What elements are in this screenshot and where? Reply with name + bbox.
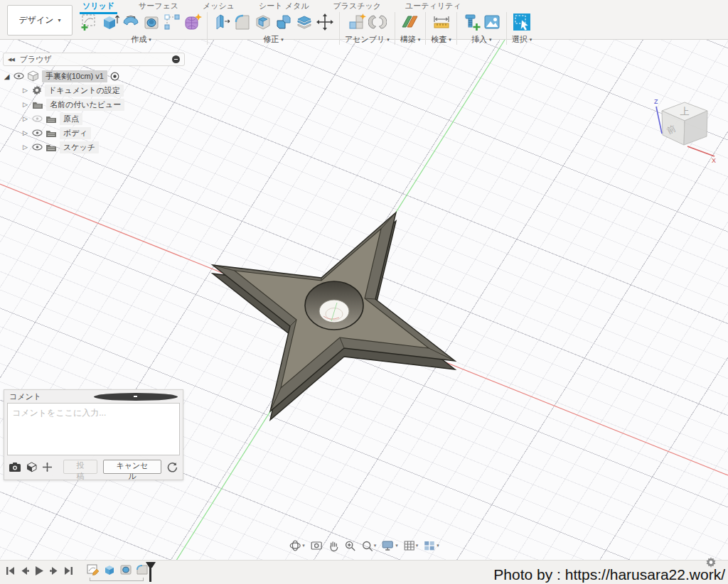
view-cube[interactable]: 上 前 Z X [651, 95, 722, 166]
expand-collapse-icon[interactable]: ◢ [3, 72, 11, 80]
sketch-feature-icon[interactable] [87, 563, 100, 576]
expand-icon[interactable]: ▷ [21, 101, 29, 108]
panel-collapse-icon[interactable] [94, 393, 178, 401]
step-forward-icon[interactable] [50, 566, 59, 575]
measure-icon[interactable] [432, 13, 451, 31]
expand-icon[interactable]: ▷ [21, 129, 29, 136]
combine-icon[interactable] [274, 13, 293, 31]
hole-icon[interactable] [142, 13, 161, 31]
comment-input[interactable] [7, 403, 180, 455]
expand-icon[interactable]: ▷ [21, 144, 29, 151]
create-sketch-icon[interactable] [80, 13, 99, 31]
expand-icon[interactable]: ▷ [21, 87, 29, 94]
model-view-icon[interactable] [26, 462, 37, 472]
canvas-image-icon[interactable] [483, 13, 501, 31]
activate-component-icon[interactable] [110, 72, 119, 81]
hole-feature-icon[interactable] [119, 563, 132, 576]
collapse-browser-icon[interactable]: ◀◀ [8, 57, 14, 63]
window-zoom-icon[interactable]: ▾ [361, 540, 377, 552]
comments-actions: 投稿 キャンセル [4, 455, 183, 478]
panel-collapse-icon[interactable] [172, 55, 180, 63]
component-cube-icon[interactable] [27, 70, 39, 82]
grid-display-icon[interactable]: ▾ [403, 540, 419, 551]
tab-mesh[interactable]: メッシュ [200, 0, 237, 11]
refresh-icon[interactable] [167, 462, 178, 472]
group-create-label[interactable]: 作成▾ [131, 34, 151, 45]
tab-sheet-metal[interactable]: シート メタル [256, 0, 311, 11]
comments-title: コメント [9, 391, 94, 402]
chevron-down-icon: ▾ [530, 37, 532, 43]
press-pull-icon[interactable] [213, 13, 231, 31]
browser-tree: ◢ 手裏剣(10cm) v1 ▷ ドキュメントの設定 ▷ 名前の付いたビュー ▷… [3, 69, 185, 154]
extrude-icon[interactable] [101, 13, 119, 31]
tree-row-origin[interactable]: ▷ 原点 [3, 112, 185, 126]
eye-icon[interactable] [14, 72, 24, 80]
pattern-icon[interactable] [163, 13, 181, 31]
new-component-icon[interactable] [348, 13, 366, 31]
tree-row-document-settings[interactable]: ▷ ドキュメントの設定 [3, 83, 185, 97]
screenshot-icon[interactable] [9, 463, 21, 472]
play-icon[interactable] [34, 566, 45, 576]
browser-header: ◀◀ ブラウザ [3, 53, 185, 66]
bodies-label[interactable]: ボディ [60, 127, 91, 139]
extrude-feature-icon[interactable] [103, 563, 116, 576]
pan-icon[interactable] [328, 540, 339, 552]
origin-label[interactable]: 原点 [60, 113, 82, 125]
expand-icon[interactable]: ▷ [21, 115, 29, 122]
revolve-icon[interactable] [122, 13, 140, 31]
shell-icon[interactable] [254, 13, 272, 31]
design-menu-button[interactable]: デザイン ▾ [7, 5, 73, 36]
go-to-start-icon[interactable] [6, 566, 15, 575]
tree-row-root[interactable]: ◢ 手裏剣(10cm) v1 [3, 69, 185, 83]
display-settings-icon[interactable]: ▾ [381, 540, 398, 551]
tab-surface[interactable]: サーフェス [136, 0, 181, 11]
group-modify: 修正▾ [207, 12, 339, 45]
look-at-icon[interactable] [310, 540, 323, 551]
tab-utilities[interactable]: ユーティリティ [402, 0, 464, 11]
navigation-toolbar: ▾ ▾ ▾ ▾ ▾ [289, 539, 439, 552]
joint-icon[interactable] [368, 13, 387, 31]
insert-fastener-icon[interactable] [462, 13, 481, 31]
select-icon[interactable] [512, 12, 532, 32]
go-to-end-icon[interactable] [64, 566, 73, 575]
eye-icon[interactable] [32, 143, 43, 151]
document-settings-label[interactable]: ドキュメントの設定 [45, 85, 124, 97]
sketches-label[interactable]: スケッチ [60, 141, 99, 153]
orbit-icon[interactable]: ▾ [289, 539, 305, 552]
group-modify-label[interactable]: 修正▾ [263, 34, 284, 45]
group-inspect-label[interactable]: 検査▾ [431, 34, 451, 45]
eye-icon[interactable] [32, 129, 43, 137]
folder-icon [46, 143, 57, 152]
group-construct-label[interactable]: 構築▾ [400, 34, 421, 45]
group-insert: 挿入▾ [456, 12, 506, 45]
tree-row-bodies[interactable]: ▷ ボディ [3, 126, 185, 140]
shuriken-model[interactable] [213, 212, 455, 420]
step-back-icon[interactable] [20, 566, 29, 575]
pin-icon[interactable] [43, 463, 52, 472]
z-axis-indicator [656, 107, 662, 134]
construction-plane-icon[interactable] [401, 13, 419, 31]
group-assemble: アセンブリ▾ [339, 12, 395, 45]
group-assemble-label[interactable]: アセンブリ▾ [345, 34, 390, 45]
tree-row-sketches[interactable]: ▷ スケッチ [3, 140, 185, 154]
zoom-icon[interactable] [344, 540, 356, 552]
group-create: 作成▾ [75, 12, 207, 45]
cancel-comment-button[interactable]: キャンセル [103, 460, 161, 474]
eye-hidden-icon[interactable] [32, 114, 43, 123]
timeline-position-marker[interactable] [146, 562, 156, 582]
tab-plastic[interactable]: プラスチック [330, 0, 384, 11]
viewports-icon[interactable]: ▾ [423, 540, 439, 551]
group-insert-label[interactable]: 挿入▾ [471, 34, 492, 45]
chevron-down-icon: ▾ [489, 37, 492, 43]
tree-row-named-views[interactable]: ▷ 名前の付いたビュー [3, 97, 185, 112]
comments-header: コメント [4, 390, 183, 403]
move-copy-icon[interactable] [316, 13, 334, 31]
viewcube-top-label: 上 [680, 106, 690, 117]
named-views-label[interactable]: 名前の付いたビュー [46, 99, 124, 111]
group-select-label[interactable]: 選択▾ [512, 34, 532, 45]
form-icon[interactable] [183, 13, 202, 31]
offset-face-icon[interactable] [295, 13, 314, 31]
document-root-label[interactable]: 手裏剣(10cm) v1 [42, 70, 107, 82]
post-comment-button[interactable]: 投稿 [63, 460, 97, 474]
fillet-icon[interactable] [233, 13, 252, 31]
